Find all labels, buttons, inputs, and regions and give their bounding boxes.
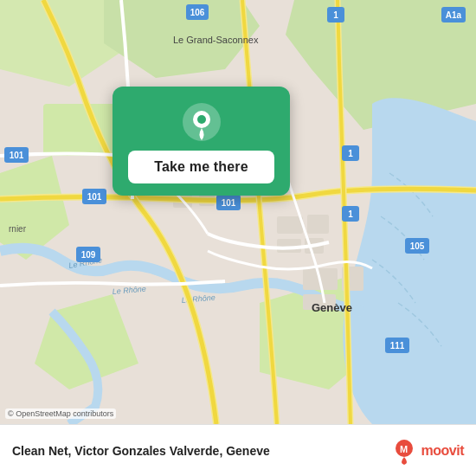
svg-text:111: 111 xyxy=(390,341,405,351)
svg-text:101: 101 xyxy=(10,151,24,160)
svg-text:1: 1 xyxy=(348,149,353,158)
map-svg: Le Rhône Le Rhône La Rhône xyxy=(0,0,476,424)
svg-text:105: 105 xyxy=(410,241,425,251)
svg-text:A1a: A1a xyxy=(446,10,462,20)
map-container: Le Rhône Le Rhône La Rhône xyxy=(0,0,476,424)
svg-text:1: 1 xyxy=(333,10,338,20)
moovit-icon: M xyxy=(390,437,418,465)
svg-rect-17 xyxy=(307,215,329,234)
bottom-bar: Clean Net, Victor Gonzales Valverde, Gen… xyxy=(0,424,476,476)
svg-text:106: 106 xyxy=(190,8,205,17)
moovit-logo: M moovit xyxy=(390,437,464,465)
take-me-there-button[interactable]: Take me there xyxy=(128,151,274,183)
svg-text:101: 101 xyxy=(222,198,236,208)
location-title: Clean Net, Victor Gonzales Valverde, Gen… xyxy=(12,444,270,458)
svg-text:rnier: rnier xyxy=(9,224,27,234)
location-info: Clean Net, Victor Gonzales Valverde, Gen… xyxy=(12,444,270,458)
svg-text:109: 109 xyxy=(81,250,96,260)
svg-rect-16 xyxy=(277,216,303,234)
popup-card: Take me there xyxy=(113,87,290,196)
svg-point-50 xyxy=(197,115,206,124)
svg-text:1: 1 xyxy=(348,209,353,219)
svg-text:M: M xyxy=(400,444,408,454)
svg-rect-3 xyxy=(43,104,121,156)
location-pin-icon xyxy=(182,102,222,142)
svg-text:Genève: Genève xyxy=(312,301,352,314)
moovit-label: moovit xyxy=(421,443,464,459)
svg-text:101: 101 xyxy=(87,192,102,202)
svg-text:Le Grand-Saconnex: Le Grand-Saconnex xyxy=(173,35,259,45)
